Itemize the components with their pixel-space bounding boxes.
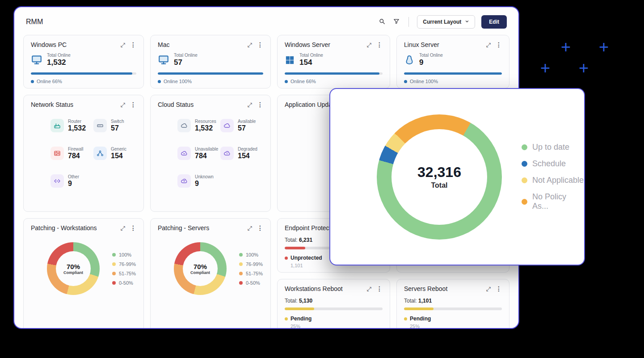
stat-label: Unknown — [195, 174, 214, 179]
legend-label: 76-99% — [119, 261, 136, 267]
status-text: Online 100% — [410, 79, 438, 84]
cloud-unknown-icon — [177, 174, 191, 188]
stat-label: Unavailable — [195, 147, 218, 152]
legend-label: 100% — [246, 252, 258, 257]
progress-fill — [404, 307, 434, 310]
plus-decoration: + — [579, 59, 589, 76]
plus-decoration: + — [540, 59, 550, 76]
status-dot — [285, 317, 288, 320]
stat-value: 9 — [68, 180, 79, 188]
card-cloud-status: Cloud Status ⤢ ⋮ Resources 1,532 — [150, 95, 271, 212]
filter-button[interactable] — [392, 17, 400, 27]
legend-item: 0-50% — [239, 280, 263, 286]
total-line: Total: 1,101 — [404, 298, 502, 304]
updates-donut-chart[interactable]: 32,316 Total — [377, 114, 502, 240]
kebab-menu-icon[interactable]: ⋮ — [257, 101, 263, 108]
card-title: Mac — [158, 41, 169, 48]
stat-other: Other 9 — [51, 174, 93, 188]
card-linux-server: Linux Server ⤢ ⋮ Total Online 9 Online 1… — [396, 35, 509, 88]
status-dot — [158, 80, 161, 83]
kebab-menu-icon[interactable]: ⋮ — [130, 101, 136, 108]
card-title: Linux Server — [404, 41, 439, 48]
legend-label: Schedule — [532, 159, 566, 168]
legend-item: Up to date — [522, 143, 584, 152]
expand-icon[interactable]: ⤢ — [486, 42, 491, 48]
expand-icon[interactable]: ⤢ — [121, 225, 125, 231]
legend-item: Not Applicable — [522, 176, 584, 185]
progress-fill — [285, 307, 314, 310]
expand-icon[interactable]: ⤢ — [367, 286, 371, 292]
stat-resources: Resources 1,532 — [177, 119, 220, 132]
status-label: Unprotected — [290, 255, 322, 261]
patching-donut-chart[interactable]: 70% Compliant — [47, 242, 100, 295]
network-stats: Router 1,532 Switch 57 — [31, 108, 136, 188]
total-line: Total: 5,130 — [285, 298, 383, 304]
expand-icon[interactable]: ⤢ — [121, 42, 125, 48]
status-dot — [31, 80, 34, 83]
card-title: Cloud Status — [158, 101, 194, 108]
stat-firewall: Firewall 784 — [51, 147, 93, 160]
expand-icon[interactable]: ⤢ — [367, 42, 371, 48]
stat-degraded: Degraded 154 — [220, 147, 263, 160]
expand-icon[interactable]: ⤢ — [248, 42, 252, 48]
stat-value: 784 — [68, 152, 83, 160]
kebab-menu-icon[interactable]: ⋮ — [130, 42, 136, 48]
legend-dot — [112, 281, 116, 285]
legend-label: 100% — [119, 252, 131, 257]
kebab-menu-icon[interactable]: ⋮ — [496, 286, 502, 292]
total-label: Total: — [285, 237, 298, 243]
edit-button[interactable]: Edit — [481, 15, 507, 29]
legend-dot — [522, 161, 527, 167]
cloud-stats: Resources 1,532 Available 57 — [158, 108, 263, 188]
expand-icon[interactable]: ⤢ — [248, 225, 252, 231]
stat-value: 784 — [195, 152, 218, 160]
card-title: Servers Reboot — [404, 285, 447, 292]
status-value: 25% — [290, 324, 383, 329]
legend-item: 100% — [112, 252, 136, 257]
page-title: RMM — [26, 18, 43, 26]
generic-device-icon — [93, 147, 107, 160]
total-count: 32,316 — [417, 164, 461, 181]
chevron-down-icon — [465, 19, 469, 25]
progress-track — [404, 72, 502, 75]
kebab-menu-icon[interactable]: ⋮ — [376, 286, 383, 292]
kebab-menu-icon[interactable]: ⋮ — [496, 42, 502, 48]
legend-label: 76-99% — [246, 261, 263, 267]
kebab-menu-icon[interactable]: ⋮ — [130, 225, 136, 231]
patching-donut-chart[interactable]: 70% Compliant — [174, 242, 227, 295]
stat-available: Available 57 — [220, 119, 263, 132]
online-status: Online 66% — [31, 79, 136, 84]
stat-label: Degraded — [238, 147, 257, 152]
compliance-label: Compliant — [63, 270, 83, 275]
status-label: Pending — [410, 316, 431, 322]
legend-item: Schedule — [522, 159, 584, 168]
total-value: 5,130 — [299, 298, 312, 304]
expand-icon[interactable]: ⤢ — [248, 102, 252, 108]
search-button[interactable] — [378, 17, 386, 27]
online-status: Online 100% — [158, 79, 263, 84]
status-dot — [285, 257, 288, 260]
expand-icon[interactable]: ⤢ — [486, 286, 491, 292]
donut-center: 70% Compliant — [56, 251, 91, 286]
expand-icon[interactable]: ⤢ — [121, 102, 125, 108]
legend-dot — [239, 272, 243, 275]
donut-center: 32,316 Total — [391, 129, 487, 225]
kebab-menu-icon[interactable]: ⋮ — [257, 42, 263, 48]
status-value: 25% — [410, 324, 502, 329]
toolbar-divider — [408, 17, 409, 27]
filter-icon — [393, 18, 400, 26]
switch-icon — [93, 119, 107, 132]
total-label: Total — [431, 181, 447, 190]
kebab-menu-icon[interactable]: ⋮ — [376, 42, 383, 48]
stat-unavailable: Unavailable 784 — [177, 147, 220, 160]
firewall-icon — [51, 147, 64, 160]
card-workstations-reboot: Workstations Reboot ⤢ ⋮ Total: 5,130 Pen… — [277, 279, 390, 329]
kebab-menu-icon[interactable]: ⋮ — [257, 225, 263, 231]
patching-legend: 100% 76-99% 51-75% 0-50% — [112, 252, 136, 286]
card-windows-pc: Windows PC ⤢ ⋮ Total Online 1,532 Online… — [23, 35, 144, 88]
card-title: Windows PC — [31, 41, 67, 48]
plus-decoration: + — [599, 38, 609, 55]
total-value: 6,231 — [299, 237, 312, 243]
current-layout-dropdown[interactable]: Current Layout — [417, 15, 475, 29]
status-dot — [285, 80, 288, 83]
